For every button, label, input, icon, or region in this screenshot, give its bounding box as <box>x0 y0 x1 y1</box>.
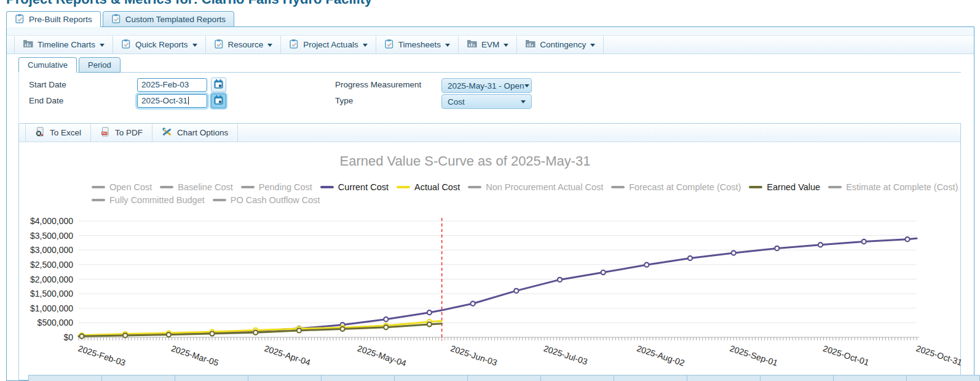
subtab-cumulative[interactable]: Cumulative <box>18 57 77 73</box>
table-header-cell[interactable] <box>906 375 980 381</box>
toolbar-button-contingency[interactable]: Contingency <box>517 36 604 54</box>
toolbar-button-project-actuals[interactable]: Project Actuals <box>281 36 376 54</box>
end-date-input[interactable]: 2025-Oct-31 <box>137 94 207 108</box>
toolbar-button-evm[interactable]: EVM <box>459 36 517 54</box>
to-excel-label: To Excel <box>50 128 81 137</box>
chevron-down-icon <box>445 44 450 49</box>
tab-label: Custom Templated Reports <box>125 15 226 24</box>
legend-swatch <box>213 199 226 201</box>
svg-text:$2,500,000: $2,500,000 <box>30 260 73 270</box>
table-header-cell[interactable] <box>833 375 907 381</box>
chevron-down-icon <box>524 84 529 90</box>
table-header-cell[interactable] <box>540 375 614 381</box>
start-date-input[interactable]: 2025-Feb-03 <box>137 78 207 92</box>
svg-text:2025-Sep-01: 2025-Sep-01 <box>729 343 779 368</box>
progress-measurement-value: 2025-May-31 - Open <box>448 81 524 90</box>
table-header-cell[interactable] <box>687 375 761 381</box>
chevron-down-icon <box>363 44 368 49</box>
svg-text:$1,500,000: $1,500,000 <box>30 289 73 299</box>
svg-text:2025-Oct-01: 2025-Oct-01 <box>822 343 871 367</box>
table-header-cell[interactable] <box>101 375 175 381</box>
legend-item-fully-committed-budget[interactable]: Fully Committed Budget <box>92 195 205 205</box>
legend-item-open-cost[interactable]: Open Cost <box>92 182 152 192</box>
table-header-cell[interactable] <box>760 375 834 381</box>
chart-options-button[interactable]: Chart Options <box>152 124 238 142</box>
toolbar-button-timesheets[interactable]: Timesheets <box>376 36 459 54</box>
legend-swatch <box>611 186 625 188</box>
chevron-down-icon <box>590 44 595 49</box>
toolbar-button-quick-reports[interactable]: Quick Reports <box>113 36 206 54</box>
end-date-calendar-button[interactable] <box>211 94 226 108</box>
type-select[interactable]: Cost <box>441 94 532 109</box>
legend-item-forecast-at-complete-cost-[interactable]: Forecast at Complete (Cost) <box>611 182 741 192</box>
legend-item-earned-value[interactable]: Earned Value <box>749 182 820 192</box>
s-curve-plot[interactable]: $0$500,000$1,000,000$1,500,000$2,000,000… <box>1 213 980 374</box>
toolbar-button-label: Contingency <box>540 40 586 49</box>
legend-item-pending-cost[interactable]: Pending Cost <box>241 182 312 192</box>
data-table-header-row <box>28 375 979 381</box>
toolbar-button-label: Timeline Charts <box>38 40 95 49</box>
svg-text:2025-Mar-05: 2025-Mar-05 <box>170 343 220 368</box>
app-window: Project Reports & Metrics for: Clarno Fa… <box>0 0 980 381</box>
legend-item-baseline-cost[interactable]: Baseline Cost <box>160 182 232 192</box>
chart-legend: Open CostBaseline CostPending CostCurren… <box>92 180 966 206</box>
table-header-cell[interactable] <box>614 375 687 381</box>
excel-icon <box>35 127 45 138</box>
start-date-calendar-button[interactable] <box>211 78 226 92</box>
table-header-cell[interactable] <box>467 375 541 381</box>
table-header-cell[interactable] <box>248 375 322 381</box>
chart-folder-icon <box>23 39 33 50</box>
svg-text:$3,000,000: $3,000,000 <box>30 245 73 255</box>
legend-label: Actual Cost <box>414 182 460 192</box>
legend-item-current-cost[interactable]: Current Cost <box>320 182 389 192</box>
legend-row: Fully Committed BudgetPO Cash Outflow Co… <box>92 193 966 206</box>
sub-tab-bar: CumulativePeriod <box>18 57 121 73</box>
svg-text:2025-May-04: 2025-May-04 <box>356 343 408 369</box>
clipboard-icon <box>214 39 224 50</box>
table-header-cell[interactable] <box>394 375 468 381</box>
legend-item-non-procurement-actual-cost[interactable]: Non Procurement Actual Cost <box>468 182 603 192</box>
table-header-cell[interactable] <box>175 375 248 381</box>
toolbar-button-label: Resource <box>228 40 264 49</box>
tools-icon <box>162 127 172 139</box>
svg-text:PDF: PDF <box>102 132 108 135</box>
progress-measurement-select[interactable]: 2025-May-31 - Open <box>441 78 532 93</box>
main-tab-bar: Pre-Built ReportsCustom Templated Report… <box>6 11 234 27</box>
svg-text:$1,000,000: $1,000,000 <box>30 303 73 313</box>
report-category-toolbar: Timeline ChartsQuick ReportsResourceProj… <box>7 35 974 54</box>
svg-text:$2,000,000: $2,000,000 <box>30 275 73 284</box>
toolbar-button-label: Timesheets <box>398 40 441 49</box>
pdf-icon: PDF <box>100 127 110 138</box>
legend-swatch <box>92 199 105 201</box>
legend-label: Non Procurement Actual Cost <box>486 182 603 192</box>
filter-form: Start Date 2025-Feb-03 End Date 2025-Oct… <box>18 72 961 122</box>
legend-item-po-cash-outflow-cost[interactable]: PO Cash Outflow Cost <box>213 195 320 205</box>
svg-text:$500,000: $500,000 <box>38 318 74 327</box>
svg-text:2025-Feb-03: 2025-Feb-03 <box>77 343 127 368</box>
tab-custom-templated-reports[interactable]: Custom Templated Reports <box>103 11 234 27</box>
legend-label: Pending Cost <box>259 182 312 192</box>
clipboard-icon <box>384 39 394 50</box>
toolbar-button-resource[interactable]: Resource <box>206 36 282 54</box>
legend-item-actual-cost[interactable]: Actual Cost <box>397 182 460 192</box>
svg-text:2025-Aug-02: 2025-Aug-02 <box>636 343 686 368</box>
legend-label: Baseline Cost <box>178 182 232 192</box>
legend-item-estimate-at-complete-cost-[interactable]: Estimate at Complete (Cost) <box>828 182 958 192</box>
panel-top-strip <box>7 27 974 35</box>
chevron-down-icon <box>521 100 526 106</box>
toolbar-button-timeline-charts[interactable]: Timeline Charts <box>14 36 113 54</box>
legend-swatch <box>241 186 255 188</box>
chart-panel: To Excel PDF To PDF Chart Options Earned… <box>18 123 961 380</box>
to-pdf-button[interactable]: PDF To PDF <box>91 124 152 142</box>
to-excel-button[interactable]: To Excel <box>25 124 91 142</box>
end-date-label: End Date <box>29 96 63 105</box>
chevron-down-icon <box>267 44 272 49</box>
reports-panel: Timeline ChartsQuick ReportsResourceProj… <box>6 26 974 381</box>
subtab-period[interactable]: Period <box>79 57 121 73</box>
table-header-cell[interactable] <box>321 375 395 381</box>
chart-folder-icon <box>467 39 477 50</box>
tab-pre-built-reports[interactable]: Pre-Built Reports <box>6 11 101 27</box>
chart-title: Earned Value S-Curve as of 2025-May-31 <box>19 153 911 169</box>
to-pdf-label: To PDF <box>115 128 143 137</box>
table-header-cell[interactable] <box>28 375 102 381</box>
